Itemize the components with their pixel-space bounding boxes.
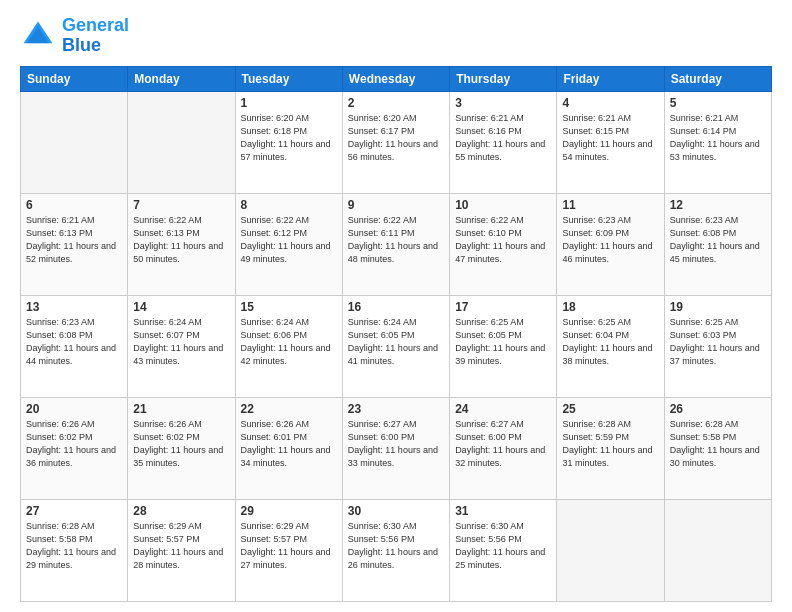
calendar-cell: 29Sunrise: 6:29 AM Sunset: 5:57 PM Dayli… bbox=[235, 499, 342, 601]
day-info: Sunrise: 6:21 AM Sunset: 6:16 PM Dayligh… bbox=[455, 112, 551, 164]
calendar-cell: 9Sunrise: 6:22 AM Sunset: 6:11 PM Daylig… bbox=[342, 193, 449, 295]
calendar-cell: 3Sunrise: 6:21 AM Sunset: 6:16 PM Daylig… bbox=[450, 91, 557, 193]
calendar-cell: 12Sunrise: 6:23 AM Sunset: 6:08 PM Dayli… bbox=[664, 193, 771, 295]
day-number: 1 bbox=[241, 96, 337, 110]
calendar-cell bbox=[21, 91, 128, 193]
day-info: Sunrise: 6:30 AM Sunset: 5:56 PM Dayligh… bbox=[455, 520, 551, 572]
calendar-cell: 19Sunrise: 6:25 AM Sunset: 6:03 PM Dayli… bbox=[664, 295, 771, 397]
calendar-header-tuesday: Tuesday bbox=[235, 66, 342, 91]
calendar-cell: 10Sunrise: 6:22 AM Sunset: 6:10 PM Dayli… bbox=[450, 193, 557, 295]
day-number: 28 bbox=[133, 504, 229, 518]
page: General Blue SundayMondayTuesdayWednesda… bbox=[0, 0, 792, 612]
calendar-cell: 26Sunrise: 6:28 AM Sunset: 5:58 PM Dayli… bbox=[664, 397, 771, 499]
day-info: Sunrise: 6:21 AM Sunset: 6:15 PM Dayligh… bbox=[562, 112, 658, 164]
calendar-cell: 2Sunrise: 6:20 AM Sunset: 6:17 PM Daylig… bbox=[342, 91, 449, 193]
day-info: Sunrise: 6:28 AM Sunset: 5:58 PM Dayligh… bbox=[26, 520, 122, 572]
day-info: Sunrise: 6:29 AM Sunset: 5:57 PM Dayligh… bbox=[241, 520, 337, 572]
calendar-cell: 27Sunrise: 6:28 AM Sunset: 5:58 PM Dayli… bbox=[21, 499, 128, 601]
day-info: Sunrise: 6:26 AM Sunset: 6:02 PM Dayligh… bbox=[133, 418, 229, 470]
calendar-cell: 11Sunrise: 6:23 AM Sunset: 6:09 PM Dayli… bbox=[557, 193, 664, 295]
calendar-cell: 24Sunrise: 6:27 AM Sunset: 6:00 PM Dayli… bbox=[450, 397, 557, 499]
day-number: 9 bbox=[348, 198, 444, 212]
day-info: Sunrise: 6:28 AM Sunset: 5:59 PM Dayligh… bbox=[562, 418, 658, 470]
day-number: 19 bbox=[670, 300, 766, 314]
day-number: 29 bbox=[241, 504, 337, 518]
day-number: 30 bbox=[348, 504, 444, 518]
day-number: 2 bbox=[348, 96, 444, 110]
calendar-header-row: SundayMondayTuesdayWednesdayThursdayFrid… bbox=[21, 66, 772, 91]
calendar-cell: 28Sunrise: 6:29 AM Sunset: 5:57 PM Dayli… bbox=[128, 499, 235, 601]
logo: General Blue bbox=[20, 16, 129, 56]
day-number: 14 bbox=[133, 300, 229, 314]
day-number: 24 bbox=[455, 402, 551, 416]
day-number: 18 bbox=[562, 300, 658, 314]
calendar-cell: 16Sunrise: 6:24 AM Sunset: 6:05 PM Dayli… bbox=[342, 295, 449, 397]
calendar-header-friday: Friday bbox=[557, 66, 664, 91]
day-info: Sunrise: 6:22 AM Sunset: 6:10 PM Dayligh… bbox=[455, 214, 551, 266]
calendar-cell: 1Sunrise: 6:20 AM Sunset: 6:18 PM Daylig… bbox=[235, 91, 342, 193]
day-number: 16 bbox=[348, 300, 444, 314]
calendar-header-monday: Monday bbox=[128, 66, 235, 91]
calendar-cell: 6Sunrise: 6:21 AM Sunset: 6:13 PM Daylig… bbox=[21, 193, 128, 295]
calendar-cell: 21Sunrise: 6:26 AM Sunset: 6:02 PM Dayli… bbox=[128, 397, 235, 499]
day-info: Sunrise: 6:24 AM Sunset: 6:06 PM Dayligh… bbox=[241, 316, 337, 368]
day-info: Sunrise: 6:20 AM Sunset: 6:18 PM Dayligh… bbox=[241, 112, 337, 164]
calendar-week-5: 27Sunrise: 6:28 AM Sunset: 5:58 PM Dayli… bbox=[21, 499, 772, 601]
logo-text: General Blue bbox=[62, 16, 129, 56]
day-info: Sunrise: 6:26 AM Sunset: 6:02 PM Dayligh… bbox=[26, 418, 122, 470]
day-info: Sunrise: 6:27 AM Sunset: 6:00 PM Dayligh… bbox=[348, 418, 444, 470]
day-number: 10 bbox=[455, 198, 551, 212]
day-info: Sunrise: 6:29 AM Sunset: 5:57 PM Dayligh… bbox=[133, 520, 229, 572]
calendar-cell bbox=[128, 91, 235, 193]
header: General Blue bbox=[20, 16, 772, 56]
day-number: 17 bbox=[455, 300, 551, 314]
calendar-cell: 25Sunrise: 6:28 AM Sunset: 5:59 PM Dayli… bbox=[557, 397, 664, 499]
calendar-cell: 22Sunrise: 6:26 AM Sunset: 6:01 PM Dayli… bbox=[235, 397, 342, 499]
calendar-week-2: 6Sunrise: 6:21 AM Sunset: 6:13 PM Daylig… bbox=[21, 193, 772, 295]
day-info: Sunrise: 6:24 AM Sunset: 6:07 PM Dayligh… bbox=[133, 316, 229, 368]
day-info: Sunrise: 6:27 AM Sunset: 6:00 PM Dayligh… bbox=[455, 418, 551, 470]
day-info: Sunrise: 6:22 AM Sunset: 6:11 PM Dayligh… bbox=[348, 214, 444, 266]
calendar-cell: 20Sunrise: 6:26 AM Sunset: 6:02 PM Dayli… bbox=[21, 397, 128, 499]
day-number: 3 bbox=[455, 96, 551, 110]
day-number: 21 bbox=[133, 402, 229, 416]
calendar-cell: 4Sunrise: 6:21 AM Sunset: 6:15 PM Daylig… bbox=[557, 91, 664, 193]
day-info: Sunrise: 6:23 AM Sunset: 6:08 PM Dayligh… bbox=[26, 316, 122, 368]
calendar-cell: 23Sunrise: 6:27 AM Sunset: 6:00 PM Dayli… bbox=[342, 397, 449, 499]
day-info: Sunrise: 6:23 AM Sunset: 6:08 PM Dayligh… bbox=[670, 214, 766, 266]
day-number: 23 bbox=[348, 402, 444, 416]
logo-icon bbox=[20, 18, 56, 54]
day-info: Sunrise: 6:25 AM Sunset: 6:03 PM Dayligh… bbox=[670, 316, 766, 368]
day-number: 11 bbox=[562, 198, 658, 212]
day-number: 7 bbox=[133, 198, 229, 212]
calendar-table: SundayMondayTuesdayWednesdayThursdayFrid… bbox=[20, 66, 772, 602]
calendar-cell: 18Sunrise: 6:25 AM Sunset: 6:04 PM Dayli… bbox=[557, 295, 664, 397]
calendar-week-3: 13Sunrise: 6:23 AM Sunset: 6:08 PM Dayli… bbox=[21, 295, 772, 397]
calendar-header-saturday: Saturday bbox=[664, 66, 771, 91]
day-number: 4 bbox=[562, 96, 658, 110]
day-info: Sunrise: 6:21 AM Sunset: 6:14 PM Dayligh… bbox=[670, 112, 766, 164]
day-number: 31 bbox=[455, 504, 551, 518]
day-number: 22 bbox=[241, 402, 337, 416]
calendar-cell: 31Sunrise: 6:30 AM Sunset: 5:56 PM Dayli… bbox=[450, 499, 557, 601]
day-info: Sunrise: 6:22 AM Sunset: 6:12 PM Dayligh… bbox=[241, 214, 337, 266]
day-info: Sunrise: 6:24 AM Sunset: 6:05 PM Dayligh… bbox=[348, 316, 444, 368]
day-info: Sunrise: 6:25 AM Sunset: 6:04 PM Dayligh… bbox=[562, 316, 658, 368]
day-number: 5 bbox=[670, 96, 766, 110]
calendar-cell: 7Sunrise: 6:22 AM Sunset: 6:13 PM Daylig… bbox=[128, 193, 235, 295]
day-info: Sunrise: 6:23 AM Sunset: 6:09 PM Dayligh… bbox=[562, 214, 658, 266]
day-info: Sunrise: 6:30 AM Sunset: 5:56 PM Dayligh… bbox=[348, 520, 444, 572]
calendar-header-wednesday: Wednesday bbox=[342, 66, 449, 91]
day-number: 6 bbox=[26, 198, 122, 212]
day-number: 26 bbox=[670, 402, 766, 416]
day-number: 8 bbox=[241, 198, 337, 212]
day-info: Sunrise: 6:21 AM Sunset: 6:13 PM Dayligh… bbox=[26, 214, 122, 266]
calendar-body: 1Sunrise: 6:20 AM Sunset: 6:18 PM Daylig… bbox=[21, 91, 772, 601]
calendar-cell bbox=[664, 499, 771, 601]
calendar-header-thursday: Thursday bbox=[450, 66, 557, 91]
calendar-cell: 5Sunrise: 6:21 AM Sunset: 6:14 PM Daylig… bbox=[664, 91, 771, 193]
calendar-week-1: 1Sunrise: 6:20 AM Sunset: 6:18 PM Daylig… bbox=[21, 91, 772, 193]
day-number: 15 bbox=[241, 300, 337, 314]
day-number: 25 bbox=[562, 402, 658, 416]
day-info: Sunrise: 6:28 AM Sunset: 5:58 PM Dayligh… bbox=[670, 418, 766, 470]
